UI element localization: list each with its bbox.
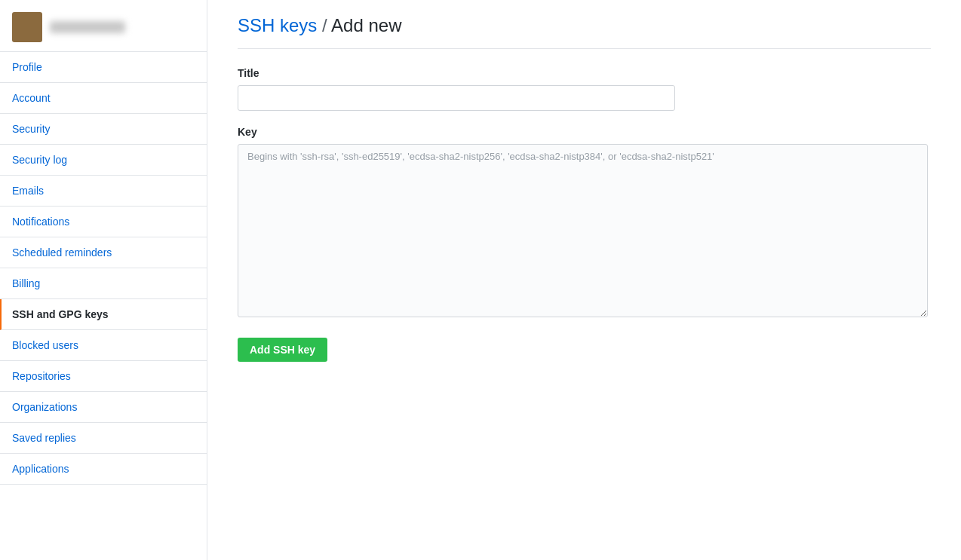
key-textarea[interactable] [238,144,928,317]
sidebar-link-emails[interactable]: Emails [0,176,207,206]
avatar [12,12,42,42]
key-label: Key [238,126,931,138]
key-field-group: Key [238,126,931,320]
title-label: Title [238,67,931,79]
sidebar-item-security: Security [0,114,207,145]
sidebar-link-applications[interactable]: Applications [0,454,207,484]
sidebar: ProfileAccountSecuritySecurity logEmails… [0,0,207,560]
sidebar-item-scheduled-reminders: Scheduled reminders [0,237,207,268]
sidebar-item-saved-replies: Saved replies [0,423,207,454]
sidebar-item-profile: Profile [0,52,207,83]
title-input[interactable] [238,85,675,111]
sidebar-link-organizations[interactable]: Organizations [0,392,207,422]
avatar-username [50,21,125,33]
sidebar-link-security[interactable]: Security [0,114,207,144]
add-ssh-key-button[interactable]: Add SSH key [238,338,327,362]
sidebar-item-emails: Emails [0,176,207,207]
ssh-keys-link[interactable]: SSH keys [238,15,317,35]
sidebar-item-repositories: Repositories [0,361,207,392]
sidebar-link-ssh-gpg-keys[interactable]: SSH and GPG keys [2,299,207,329]
page-subtitle: Add new [331,15,401,35]
page-title: SSH keys / Add new [238,15,931,36]
sidebar-nav: ProfileAccountSecuritySecurity logEmails… [0,52,207,485]
sidebar-item-organizations: Organizations [0,392,207,423]
sidebar-item-security-log: Security log [0,145,207,176]
sidebar-item-notifications: Notifications [0,207,207,237]
sidebar-item-blocked-users: Blocked users [0,330,207,361]
page-header: SSH keys / Add new [238,15,931,49]
title-field-group: Title [238,67,931,111]
sidebar-item-applications: Applications [0,454,207,485]
add-ssh-key-form: Title Key Add SSH key [238,67,931,362]
sidebar-link-notifications[interactable]: Notifications [0,207,207,237]
sidebar-link-repositories[interactable]: Repositories [0,361,207,391]
breadcrumb-separator: / [317,15,331,35]
sidebar-item-ssh-gpg-keys: SSH and GPG keys [0,299,207,330]
sidebar-link-account[interactable]: Account [0,83,207,113]
sidebar-item-billing: Billing [0,268,207,299]
sidebar-item-account: Account [0,83,207,114]
sidebar-avatar [0,0,207,52]
main-content: SSH keys / Add new Title Key Add SSH key [207,0,961,560]
sidebar-link-billing[interactable]: Billing [0,268,207,298]
sidebar-link-security-log[interactable]: Security log [0,145,207,175]
sidebar-link-profile[interactable]: Profile [0,52,207,82]
sidebar-link-saved-replies[interactable]: Saved replies [0,423,207,453]
sidebar-link-blocked-users[interactable]: Blocked users [0,330,207,360]
sidebar-link-scheduled-reminders[interactable]: Scheduled reminders [0,237,207,268]
